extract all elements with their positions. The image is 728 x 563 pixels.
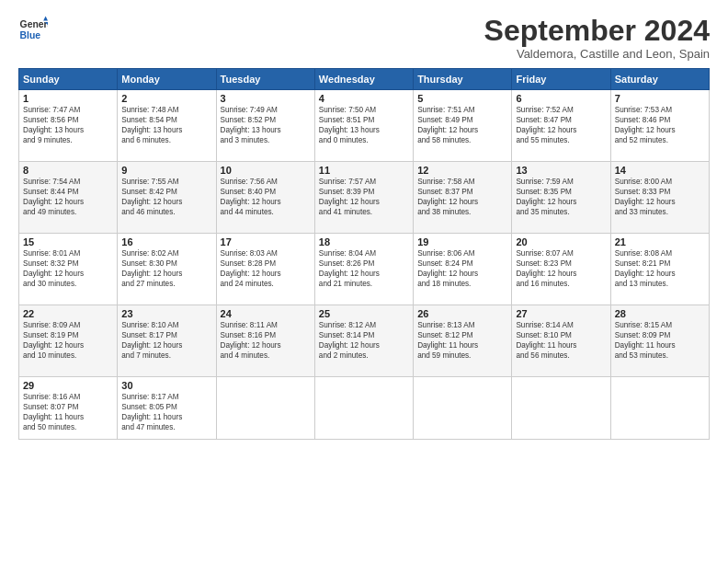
calendar-cell: 16Sunrise: 8:02 AM Sunset: 8:30 PM Dayli… xyxy=(118,234,216,305)
svg-text:General: General xyxy=(20,19,48,29)
header: General Blue September 2024 Valdemora, C… xyxy=(18,15,710,61)
day-info: Sunrise: 7:49 AM Sunset: 8:52 PM Dayligh… xyxy=(221,105,311,145)
day-number: 4 xyxy=(319,93,409,104)
day-info: Sunrise: 7:48 AM Sunset: 8:54 PM Dayligh… xyxy=(121,105,211,145)
day-info: Sunrise: 8:00 AM Sunset: 8:33 PM Dayligh… xyxy=(615,177,705,217)
calendar-cell: 12Sunrise: 7:58 AM Sunset: 8:37 PM Dayli… xyxy=(414,162,512,234)
day-number: 3 xyxy=(221,93,311,104)
day-number: 22 xyxy=(23,308,113,319)
day-info: Sunrise: 7:52 AM Sunset: 8:47 PM Dayligh… xyxy=(516,105,606,145)
day-number: 13 xyxy=(516,165,606,176)
logo-icon: General Blue xyxy=(18,15,48,44)
weekday-header-row: SundayMondayTuesdayWednesdayThursdayFrid… xyxy=(19,69,710,90)
day-info: Sunrise: 8:01 AM Sunset: 8:32 PM Dayligh… xyxy=(23,248,113,289)
weekday-header-saturday: Saturday xyxy=(610,69,709,90)
calendar-cell: 7Sunrise: 7:53 AM Sunset: 8:46 PM Daylig… xyxy=(610,90,709,162)
calendar-cell: 18Sunrise: 8:04 AM Sunset: 8:26 PM Dayli… xyxy=(314,234,413,305)
day-number: 29 xyxy=(23,380,113,391)
svg-marker-2 xyxy=(43,17,48,21)
weekday-header-wednesday: Wednesday xyxy=(314,69,413,90)
day-number: 30 xyxy=(121,380,211,391)
day-number: 23 xyxy=(121,308,211,319)
day-number: 17 xyxy=(221,236,311,247)
calendar-cell: 27Sunrise: 8:14 AM Sunset: 8:10 PM Dayli… xyxy=(512,305,610,377)
day-number: 10 xyxy=(221,165,311,176)
day-info: Sunrise: 8:15 AM Sunset: 8:09 PM Dayligh… xyxy=(615,320,705,361)
calendar-table: SundayMondayTuesdayWednesdayThursdayFrid… xyxy=(18,68,710,440)
day-info: Sunrise: 7:56 AM Sunset: 8:40 PM Dayligh… xyxy=(221,177,311,217)
day-number: 27 xyxy=(516,308,606,319)
day-info: Sunrise: 8:12 AM Sunset: 8:14 PM Dayligh… xyxy=(319,320,409,361)
day-number: 7 xyxy=(615,93,705,104)
title-block: September 2024 Valdemora, Castille and L… xyxy=(484,15,710,61)
calendar-cell: 13Sunrise: 7:59 AM Sunset: 8:35 PM Dayli… xyxy=(512,162,610,234)
day-info: Sunrise: 7:59 AM Sunset: 8:35 PM Dayligh… xyxy=(516,177,606,217)
month-title: September 2024 xyxy=(484,15,710,47)
calendar-cell: 23Sunrise: 8:10 AM Sunset: 8:17 PM Dayli… xyxy=(118,305,216,377)
calendar-cell: 5Sunrise: 7:51 AM Sunset: 8:49 PM Daylig… xyxy=(414,90,512,162)
calendar-page: General Blue September 2024 Valdemora, C… xyxy=(0,0,728,563)
calendar-cell: 4Sunrise: 7:50 AM Sunset: 8:51 PM Daylig… xyxy=(314,90,413,162)
day-info: Sunrise: 8:11 AM Sunset: 8:16 PM Dayligh… xyxy=(221,320,311,361)
calendar-cell xyxy=(216,377,314,440)
day-number: 16 xyxy=(121,236,211,247)
day-info: Sunrise: 7:47 AM Sunset: 8:56 PM Dayligh… xyxy=(23,105,113,145)
calendar-cell: 10Sunrise: 7:56 AM Sunset: 8:40 PM Dayli… xyxy=(216,162,314,234)
day-number: 15 xyxy=(23,236,113,247)
calendar-cell: 3Sunrise: 7:49 AM Sunset: 8:52 PM Daylig… xyxy=(216,90,314,162)
calendar-body: 1Sunrise: 7:47 AM Sunset: 8:56 PM Daylig… xyxy=(19,90,710,440)
calendar-cell: 1Sunrise: 7:47 AM Sunset: 8:56 PM Daylig… xyxy=(19,90,118,162)
calendar-cell: 30Sunrise: 8:17 AM Sunset: 8:05 PM Dayli… xyxy=(118,377,216,440)
calendar-cell: 15Sunrise: 8:01 AM Sunset: 8:32 PM Dayli… xyxy=(19,234,118,305)
location-subtitle: Valdemora, Castille and Leon, Spain xyxy=(484,47,710,61)
day-number: 14 xyxy=(615,165,705,176)
calendar-cell xyxy=(414,377,512,440)
calendar-cell: 9Sunrise: 7:55 AM Sunset: 8:42 PM Daylig… xyxy=(118,162,216,234)
day-number: 18 xyxy=(319,236,409,247)
day-info: Sunrise: 8:16 AM Sunset: 8:07 PM Dayligh… xyxy=(23,392,113,432)
day-number: 20 xyxy=(516,236,606,247)
day-info: Sunrise: 7:55 AM Sunset: 8:42 PM Dayligh… xyxy=(121,177,211,217)
calendar-cell: 29Sunrise: 8:16 AM Sunset: 8:07 PM Dayli… xyxy=(19,377,118,440)
day-info: Sunrise: 8:06 AM Sunset: 8:24 PM Dayligh… xyxy=(417,248,507,289)
calendar-cell: 22Sunrise: 8:09 AM Sunset: 8:19 PM Dayli… xyxy=(19,305,118,377)
day-number: 19 xyxy=(417,236,507,247)
day-info: Sunrise: 7:51 AM Sunset: 8:49 PM Dayligh… xyxy=(417,105,507,145)
calendar-cell: 21Sunrise: 8:08 AM Sunset: 8:21 PM Dayli… xyxy=(610,234,709,305)
weekday-header-tuesday: Tuesday xyxy=(216,69,314,90)
day-info: Sunrise: 8:14 AM Sunset: 8:10 PM Dayligh… xyxy=(516,320,606,361)
calendar-cell: 17Sunrise: 8:03 AM Sunset: 8:28 PM Dayli… xyxy=(216,234,314,305)
day-info: Sunrise: 7:54 AM Sunset: 8:44 PM Dayligh… xyxy=(23,177,113,217)
svg-text:Blue: Blue xyxy=(20,30,41,40)
day-info: Sunrise: 7:58 AM Sunset: 8:37 PM Dayligh… xyxy=(417,177,507,217)
day-number: 2 xyxy=(121,93,211,104)
day-number: 8 xyxy=(23,165,113,176)
day-info: Sunrise: 8:13 AM Sunset: 8:12 PM Dayligh… xyxy=(417,320,507,361)
calendar-cell: 19Sunrise: 8:06 AM Sunset: 8:24 PM Dayli… xyxy=(414,234,512,305)
day-info: Sunrise: 7:57 AM Sunset: 8:39 PM Dayligh… xyxy=(319,177,409,217)
day-info: Sunrise: 8:09 AM Sunset: 8:19 PM Dayligh… xyxy=(23,320,113,361)
day-number: 26 xyxy=(417,308,507,319)
day-number: 24 xyxy=(221,308,311,319)
calendar-cell: 26Sunrise: 8:13 AM Sunset: 8:12 PM Dayli… xyxy=(414,305,512,377)
weekday-header-monday: Monday xyxy=(118,69,216,90)
day-number: 11 xyxy=(319,165,409,176)
calendar-cell xyxy=(610,377,709,440)
weekday-header-friday: Friday xyxy=(512,69,610,90)
day-number: 25 xyxy=(319,308,409,319)
day-info: Sunrise: 8:08 AM Sunset: 8:21 PM Dayligh… xyxy=(615,248,705,289)
day-number: 9 xyxy=(121,165,211,176)
day-info: Sunrise: 8:02 AM Sunset: 8:30 PM Dayligh… xyxy=(121,248,211,289)
weekday-header-thursday: Thursday xyxy=(414,69,512,90)
calendar-cell: 6Sunrise: 7:52 AM Sunset: 8:47 PM Daylig… xyxy=(512,90,610,162)
calendar-cell: 28Sunrise: 8:15 AM Sunset: 8:09 PM Dayli… xyxy=(610,305,709,377)
calendar-cell: 25Sunrise: 8:12 AM Sunset: 8:14 PM Dayli… xyxy=(314,305,413,377)
day-info: Sunrise: 8:07 AM Sunset: 8:23 PM Dayligh… xyxy=(516,248,606,289)
day-info: Sunrise: 7:53 AM Sunset: 8:46 PM Dayligh… xyxy=(615,105,705,145)
day-info: Sunrise: 8:17 AM Sunset: 8:05 PM Dayligh… xyxy=(121,392,211,432)
weekday-header-sunday: Sunday xyxy=(19,69,118,90)
day-number: 12 xyxy=(417,165,507,176)
calendar-cell: 14Sunrise: 8:00 AM Sunset: 8:33 PM Dayli… xyxy=(610,162,709,234)
day-info: Sunrise: 8:03 AM Sunset: 8:28 PM Dayligh… xyxy=(221,248,311,289)
day-number: 6 xyxy=(516,93,606,104)
